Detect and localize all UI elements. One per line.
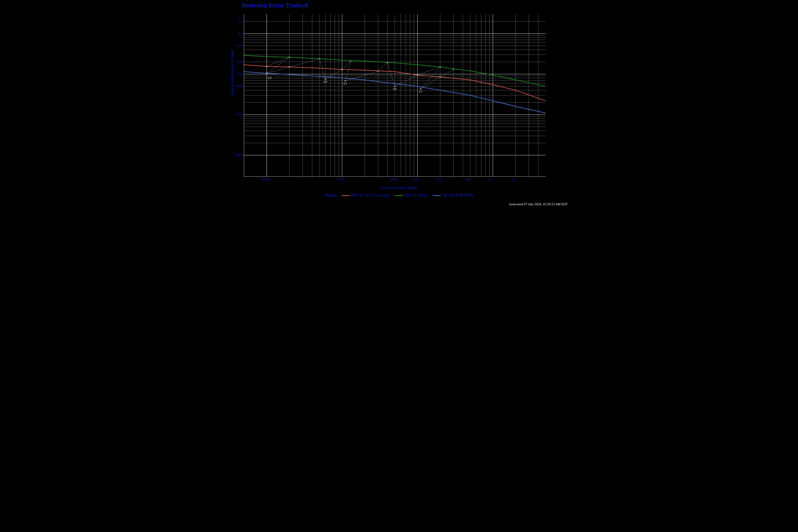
legend-swatch-0 <box>342 195 350 196</box>
legend-label-0: PFT II: AZ+LA County <box>352 193 390 197</box>
x-tick: 0.001 <box>338 178 345 181</box>
legend-title: Dataset <box>325 193 337 197</box>
y-tick: 0.005 <box>235 84 243 88</box>
plot-area <box>244 14 546 177</box>
legend-label-2: PFT II: POE+BVA <box>443 193 473 197</box>
x-tick: 0.2 <box>511 178 515 181</box>
y-tick: 0.02 <box>237 60 243 64</box>
x-axis-label: False Match Rate (FMR) <box>226 186 572 190</box>
legend-label-1: PFT II: DHS2 <box>405 193 428 197</box>
y-tick: 0.2 <box>239 19 243 23</box>
y-tick: 0.1 <box>239 32 243 35</box>
x-tick: 0.0001 <box>263 178 271 181</box>
legend-swatch-2 <box>433 195 441 196</box>
y-tick: 0.01 <box>237 72 243 76</box>
y-tick: 0.0001 <box>234 153 243 157</box>
x-tick: 0.005 <box>391 178 398 181</box>
plot-svg <box>244 14 546 176</box>
y-tick: 0.05 <box>237 44 243 48</box>
y-tick: 0.001 <box>235 113 243 116</box>
x-tick: 0.05 <box>466 178 472 181</box>
y-axis-label: False Non-Match Rate (FNMR) <box>230 50 234 95</box>
legend-swatch-1 <box>395 195 403 196</box>
legend: Dataset PFT II: AZ+LA County PFT II: DHS… <box>226 193 572 198</box>
x-tick: 0.02 <box>436 178 441 181</box>
x-tick: 0.01 <box>413 178 419 181</box>
x-tick: 0.1 <box>489 178 493 181</box>
det-chart-container: { "chart_data": { "type": "line", "title… <box>226 0 572 230</box>
chart-title: Detection Error Tradeoff <box>242 2 308 9</box>
timestamp: Generated 07 July 2024, 10:39:25 AM EDT <box>509 202 568 206</box>
